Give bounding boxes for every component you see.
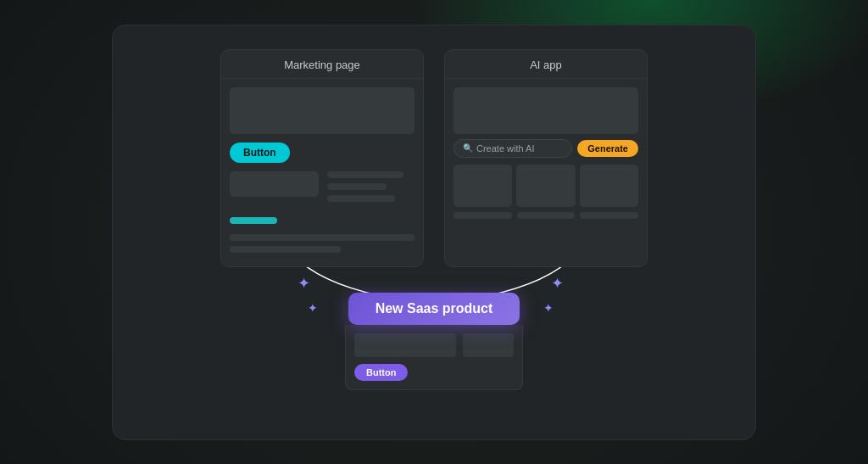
sparkle-left-bottom: ✦ (308, 301, 318, 315)
search-text: Create with AI (476, 143, 534, 154)
ai-app-card-body: 🔍 Create with AI Generate (445, 79, 647, 232)
mini-sq-block (463, 333, 514, 357)
col-1 (453, 165, 512, 207)
bottom-section: ✦ ✦ ✦ ✦ New Saas product Button (113, 293, 755, 390)
marketing-button[interactable]: Button (230, 143, 290, 163)
ai-app-card-title: AI app (445, 50, 647, 79)
mock-hero-image (230, 87, 415, 134)
mock-sm-1 (453, 212, 512, 219)
mock-sm-3 (580, 212, 638, 219)
mock-sm-2 (517, 212, 576, 219)
top-row: Marketing page Button (113, 25, 755, 267)
mini-row-1 (354, 333, 514, 357)
main-container: Marketing page Button (0, 0, 868, 464)
mini-preview-card: Button (345, 325, 523, 390)
mock-line-3 (327, 195, 396, 202)
col-3 (580, 165, 638, 207)
col-2 (516, 165, 575, 207)
sparkle-right-top: ✦ (551, 274, 564, 293)
search-row: 🔍 Create with AI Generate (453, 139, 638, 158)
saas-button[interactable]: Button (354, 364, 408, 381)
mock-footer-line-2 (230, 246, 341, 253)
saas-label-wrapper: ✦ ✦ ✦ ✦ New Saas product (348, 293, 520, 325)
card-frame: Marketing page Button (112, 25, 756, 440)
marketing-card: Marketing page Button (220, 49, 424, 267)
sparkle-right-bottom: ✦ (543, 301, 554, 315)
ai-app-card: AI app 🔍 Create with AI Generate (444, 49, 648, 267)
three-col-grid (453, 165, 638, 207)
mock-content-row (230, 171, 415, 207)
mini-wide-block (354, 333, 456, 357)
teal-pill (230, 217, 277, 224)
generate-button[interactable]: Generate (577, 140, 638, 157)
mock-line-1 (327, 171, 404, 178)
search-pill[interactable]: 🔍 Create with AI (453, 139, 572, 158)
mock-footer-line (230, 234, 415, 241)
search-icon: 🔍 (463, 143, 473, 153)
mock-left-col (230, 171, 319, 197)
ai-mock-hero (453, 87, 638, 134)
ai-mock-row (453, 212, 638, 219)
marketing-card-title: Marketing page (221, 50, 423, 79)
mock-line-2 (327, 183, 387, 190)
saas-product-label: New Saas product (348, 293, 520, 325)
marketing-card-body: Button (221, 79, 423, 266)
sparkle-left-top: ✦ (298, 274, 310, 293)
